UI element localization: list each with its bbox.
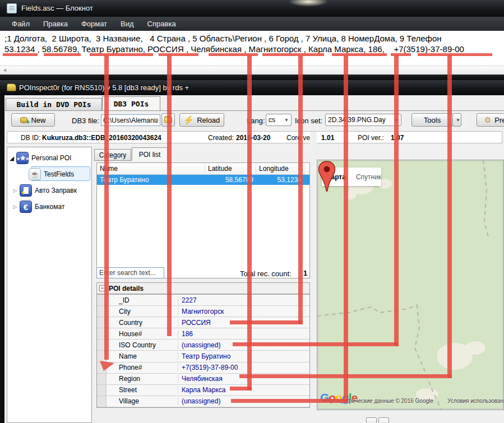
dbid-value: Kukuruza.db3::EDB_20160320043624 — [42, 134, 161, 142]
tree-item-label: Авто Заправк — [35, 187, 77, 194]
toolbar: New DB3 file: ⚡ Reload Lang: cs ▼ Icon s… — [4, 111, 504, 130]
connector-region — [247, 55, 252, 391]
detail-field-value: Театр Буратино — [178, 352, 230, 360]
notepad-icon — [7, 3, 17, 13]
cell-name: Театр Буратино — [97, 175, 205, 185]
connector-street-horizontal — [231, 399, 348, 403]
tree-item-bankomat[interactable]: ▷ € Банкомат — [11, 201, 64, 213]
connector-name — [104, 55, 109, 360]
connector-city-horizontal — [230, 320, 303, 324]
detail-row[interactable]: Phone#+7(3519)-37-89-00 — [97, 362, 309, 374]
partial-button[interactable] — [366, 417, 377, 423]
map-terms-link[interactable]: Условия использован — [447, 398, 503, 404]
satellite-button[interactable]: Спутник — [351, 173, 386, 181]
partial-button[interactable] — [378, 417, 389, 423]
detail-field-label: Region — [107, 375, 178, 383]
detail-field-label: Phone# — [107, 364, 178, 371]
poinspector-window: POInspect0r (for RNS510) v 5.8 [db3 read… — [0, 80, 504, 423]
reload-button[interactable]: ⚡ Reload — [179, 113, 224, 127]
menu-item[interactable]: Файл — [6, 18, 36, 30]
detail-field-value: Магнитогорск — [178, 308, 224, 315]
menu-item[interactable]: Правка — [37, 18, 74, 30]
panel-splitter[interactable] — [310, 132, 317, 408]
created-value: 2016-03-20 — [236, 134, 270, 142]
tools-button[interactable]: Tools — [411, 113, 453, 127]
created-label: Created: — [208, 134, 234, 142]
tab-poi-list[interactable]: POI list — [132, 147, 168, 161]
db3-file-label: DB3 file: — [72, 117, 99, 125]
screenshot-stage: Fields.asc — Блокнот ФайлПравкаФорматВид… — [0, 0, 504, 423]
personal-poi-icon: ★★★ — [16, 152, 29, 164]
chevron-down-icon: ▼ — [284, 118, 289, 123]
tree-collapsed-icon[interactable]: ▷ — [11, 204, 20, 210]
detail-field-value: 186 — [178, 330, 193, 338]
tree-expanded-icon[interactable]: ◢ — [7, 155, 16, 161]
notepad-titlebar[interactable]: Fields.asc — Блокнот — [0, 0, 504, 17]
column-header-name[interactable]: Name — [97, 163, 205, 174]
category-tree-panel: ◢ ★★★ Personal POI ☕ TestFields ▷ Авто З… — [7, 147, 92, 423]
db3-file-input[interactable] — [101, 114, 160, 126]
total-rec-count-value: 1 — [303, 269, 307, 277]
lang-select[interactable]: cs ▼ — [266, 114, 292, 126]
tree-item-personal-poi[interactable]: ◢ ★★★ Personal POI — [7, 152, 71, 164]
notepad-text-area[interactable]: ;1 Долгота, 2 Широта, 3 Название, 4 Стра… — [0, 31, 504, 66]
table-row-selected[interactable]: Театр Буратино 58,56789 53,1234 — [97, 175, 309, 185]
detail-field-label: Name — [107, 352, 178, 360]
map-marker-pin[interactable] — [317, 160, 336, 193]
poi-details-header[interactable]: POI details — [97, 283, 309, 295]
reload-button-label: Reload — [197, 116, 220, 124]
tools-dropdown-button[interactable]: ▼ — [452, 113, 461, 127]
euro-atm-icon: € — [20, 201, 32, 213]
row-header-cell — [97, 396, 107, 407]
iconset-selected-value: 2D.34.39.PNG.Day — [328, 116, 386, 124]
scroll-left-arrow-icon[interactable]: ◄ — [2, 67, 7, 73]
detail-field-value: Челябинская — [178, 375, 223, 383]
detail-row[interactable]: StreetКарла Маркса — [97, 385, 309, 396]
coffee-cup-icon: ☕ — [29, 168, 41, 180]
tab-build-in-dvd-pois[interactable]: Build in DVD POIs — [6, 98, 102, 110]
pref-button-label: Pref — [494, 116, 504, 124]
detail-row[interactable]: CityМагнитогорск — [97, 306, 309, 317]
connector-phone-horizontal — [239, 374, 452, 378]
menu-item[interactable]: Справка — [141, 18, 182, 30]
csv-data-line: 53.1234 , 58.56789, Театр Буратино, РОСС… — [4, 44, 464, 54]
new-button-label: New — [31, 116, 45, 124]
notepad-horizontal-scrollbar[interactable]: ◄ — [0, 66, 504, 75]
iconset-select[interactable]: 2D.34.39.PNG.Day ▼ — [325, 114, 401, 126]
gear-icon: ⚙ — [484, 115, 492, 124]
detail-field-value: Карла Маркса — [178, 386, 225, 394]
tree-collapsed-icon[interactable]: ▷ — [11, 188, 20, 193]
tools-button-label: Tools — [424, 116, 441, 124]
tab-category[interactable]: Category — [94, 149, 131, 161]
notepad-window-title: Fields.asc — Блокнот — [21, 4, 93, 12]
underline-city-value — [262, 53, 324, 56]
connector-house-horizontal — [233, 342, 399, 346]
detail-field-label: Village — [107, 397, 178, 405]
underline-name-value — [90, 53, 153, 56]
tree-item-auto-zapravka[interactable]: ▷ Авто Заправк — [11, 184, 77, 197]
detail-row[interactable]: _ID2227 — [97, 295, 309, 306]
underline-street-value — [332, 53, 387, 56]
detail-field-value: 2227 — [178, 296, 197, 304]
new-button[interactable]: New — [11, 113, 55, 127]
app-titlebar[interactable]: POInspect0r (for RNS510) v 5.8 [db3 read… — [0, 80, 504, 95]
tree-item-label: TestFields — [44, 170, 74, 178]
underline-longitude-value — [3, 53, 38, 56]
poi-details-rows: _ID2227CityМагнитогорскCountryРОССИЯHous… — [97, 295, 309, 407]
tab-db3-pois[interactable]: DB3 POIs — [102, 96, 160, 110]
table-header-row[interactable]: Name Latitude Longitude — [97, 163, 309, 175]
poi-list-table: Name Latitude Longitude Театр Буратино 5… — [96, 162, 310, 278]
tree-item-testfields[interactable]: ☕ TestFields — [20, 168, 74, 180]
notepad-window: Fields.asc — Блокнот ФайлПравкаФорматВид… — [0, 0, 504, 79]
core-ver-value: 1.01 — [321, 134, 334, 142]
preferences-button[interactable]: ⚙ Pref — [477, 113, 504, 127]
connector-street — [344, 55, 348, 403]
menu-item[interactable]: Формат — [75, 18, 113, 30]
underline-latitude-value — [44, 53, 81, 56]
menu-item[interactable]: Вид — [114, 18, 140, 30]
detail-row[interactable]: NameТеатр Буратино — [97, 351, 309, 362]
detail-field-value: РОССИЯ — [178, 319, 211, 327]
titlebar-glass-highlight — [289, 0, 328, 7]
detail-row[interactable]: House#186 — [97, 328, 309, 340]
column-header-longitude[interactable]: Longitude — [256, 163, 304, 174]
